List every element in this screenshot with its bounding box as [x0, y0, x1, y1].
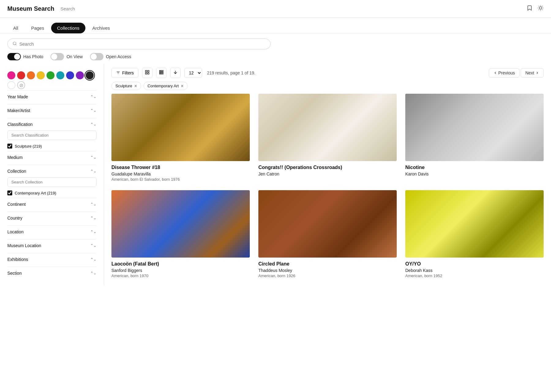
sculpture-checkbox[interactable] [7, 144, 12, 149]
filter-exhibitions: Exhibitions ⌃⌄ [7, 253, 96, 266]
artwork-artist-6: Deborah Kass [405, 268, 544, 273]
swatch-white[interactable] [7, 81, 15, 89]
artwork-image-6 [405, 190, 544, 258]
search-icon [13, 41, 17, 47]
filter-exhibitions-label: Exhibitions [7, 257, 28, 262]
filter-location-header[interactable]: Location ⌃⌄ [7, 225, 96, 238]
filter-museum-location: Museum Location ⌃⌄ [7, 239, 96, 252]
grid-view-button[interactable] [142, 68, 152, 78]
has-photo-toggle-group: Has Photo [7, 53, 43, 60]
filter-maker-artist: Maker/Artist ⌃⌄ [7, 104, 96, 117]
swatch-clear[interactable]: ⊘ [17, 81, 25, 89]
filter-exhibitions-header[interactable]: Exhibitions ⌃⌄ [7, 253, 96, 266]
swatch-green[interactable] [47, 71, 54, 79]
filter-classification-label: Classification [7, 122, 32, 127]
on-view-label: On View [66, 54, 83, 59]
previous-button[interactable]: Previous [489, 68, 519, 77]
remove-contemporary-art-icon[interactable]: ✕ [181, 84, 184, 88]
artwork-meta-4: American, born 1970 [111, 273, 250, 278]
filter-country-header[interactable]: Country ⌃⌄ [7, 212, 96, 224]
svg-line-7 [539, 9, 539, 10]
filter-section-header[interactable]: Section ⌃⌄ [7, 267, 96, 279]
swatch-yellow[interactable] [37, 71, 45, 79]
svg-rect-16 [145, 73, 147, 74]
filter-section-label: Section [7, 271, 22, 276]
sidebar: ⊘ Year Made ⌃⌄ Maker/Artist ⌃⌄ Classific… [0, 64, 104, 285]
artwork-card-5[interactable]: Circled Plane Thaddeus Mosley American, … [258, 190, 397, 278]
artwork-card-2[interactable]: Congrats!! (Operations Crossroads) Jen C… [258, 94, 397, 182]
header-search-label[interactable]: Search [60, 6, 75, 11]
tab-all[interactable]: All [7, 23, 24, 33]
filter-maker-artist-label: Maker/Artist [7, 108, 30, 113]
filter-tag-sculpture-label: Sculpture [115, 84, 132, 88]
tab-archives[interactable]: Archives [87, 23, 116, 33]
filter-section: Section ⌃⌄ [7, 267, 96, 279]
classification-search-input[interactable] [7, 130, 96, 140]
swatch-teal[interactable] [56, 71, 64, 79]
filter-medium-header[interactable]: Medium ⌃⌄ [7, 151, 96, 164]
filter-country: Country ⌃⌄ [7, 212, 96, 224]
chevron-section-icon: ⌃⌄ [90, 271, 96, 275]
collection-search-input[interactable] [7, 177, 96, 187]
artwork-image-2 [258, 94, 397, 161]
sculpture-label: Sculpture (219) [15, 144, 42, 149]
filter-continent-label: Continent [7, 202, 26, 207]
open-access-label: Open Access [106, 54, 131, 59]
next-button[interactable]: Next [521, 68, 544, 77]
filter-year-made: Year Made ⌃⌄ [7, 90, 96, 103]
artwork-artist-2: Jen Catron [258, 172, 397, 176]
swatch-purple[interactable] [76, 71, 84, 79]
chevron-classification-icon: ⌃⌄ [90, 122, 96, 126]
remove-sculpture-icon[interactable]: ✕ [134, 84, 137, 88]
svg-rect-23 [161, 73, 163, 74]
list-view-button[interactable] [156, 68, 167, 78]
artwork-title-3: Nicotine [405, 165, 544, 170]
swatch-pink[interactable] [7, 71, 15, 79]
artwork-image-3 [405, 94, 544, 161]
svg-rect-22 [159, 73, 160, 74]
filter-tag-sculpture[interactable]: Sculpture ✕ [111, 82, 141, 90]
filter-maker-artist-header[interactable]: Maker/Artist ⌃⌄ [7, 104, 96, 117]
artwork-title-5: Circled Plane [258, 261, 397, 267]
on-view-toggle-knob [51, 54, 57, 60]
contemporary-art-checkbox[interactable] [7, 190, 12, 195]
swatch-black[interactable] [86, 71, 94, 79]
open-access-toggle[interactable] [90, 53, 103, 60]
artwork-image-5 [258, 190, 397, 258]
artwork-grid: Disease Thrower #18 Guadalupe Maravilla … [111, 94, 544, 278]
filter-tag-contemporary-art[interactable]: Contemporary Art ✕ [144, 82, 188, 90]
main-layout: ⊘ Year Made ⌃⌄ Maker/Artist ⌃⌄ Classific… [0, 64, 551, 285]
on-view-toggle[interactable] [51, 53, 64, 60]
bookmark-icon[interactable] [527, 5, 533, 13]
results-text: 219 results, page 1 of 19. [207, 70, 255, 75]
artwork-card-1[interactable]: Disease Thrower #18 Guadalupe Maravilla … [111, 94, 250, 182]
svg-point-0 [539, 7, 542, 9]
app-title: Museum Search [7, 5, 54, 12]
tab-pages[interactable]: Pages [25, 23, 50, 33]
tab-collections[interactable]: Collections [51, 23, 85, 33]
search-input[interactable] [19, 41, 265, 47]
swatch-blue[interactable] [66, 71, 74, 79]
svg-rect-19 [161, 70, 163, 71]
filter-classification-header[interactable]: Classification ⌃⌄ [7, 118, 96, 130]
filter-continent-header[interactable]: Continent ⌃⌄ [7, 198, 96, 210]
sort-button[interactable] [170, 68, 181, 78]
active-filters: Sculpture ✕ Contemporary Art ✕ [111, 82, 544, 94]
has-photo-toggle[interactable] [7, 53, 21, 60]
artwork-card-6[interactable]: OY/YO Deborah Kass American, born 1952 [405, 190, 544, 278]
chevron-year-made-icon: ⌃⌄ [90, 95, 96, 99]
search-bar-container [0, 34, 551, 49]
svg-line-8 [542, 6, 542, 6]
artwork-card-3[interactable]: Nicotine Karon Davis [405, 94, 544, 182]
filters-button[interactable]: Filters [111, 68, 138, 78]
artwork-meta-5: American, born 1926 [258, 273, 397, 278]
swatch-orange[interactable] [27, 71, 35, 79]
swatch-red[interactable] [17, 71, 25, 79]
filter-year-made-header[interactable]: Year Made ⌃⌄ [7, 90, 96, 103]
per-page-select[interactable]: 12 24 48 [184, 68, 202, 78]
filter-collection-header[interactable]: Collection ⌃⌄ [7, 165, 96, 177]
artwork-card-4[interactable]: Laocoön (Fatal Bert) Sanford Biggers Ame… [111, 190, 250, 278]
filter-continent: Continent ⌃⌄ [7, 198, 96, 210]
theme-icon[interactable] [538, 5, 544, 13]
filter-museum-location-header[interactable]: Museum Location ⌃⌄ [7, 239, 96, 252]
